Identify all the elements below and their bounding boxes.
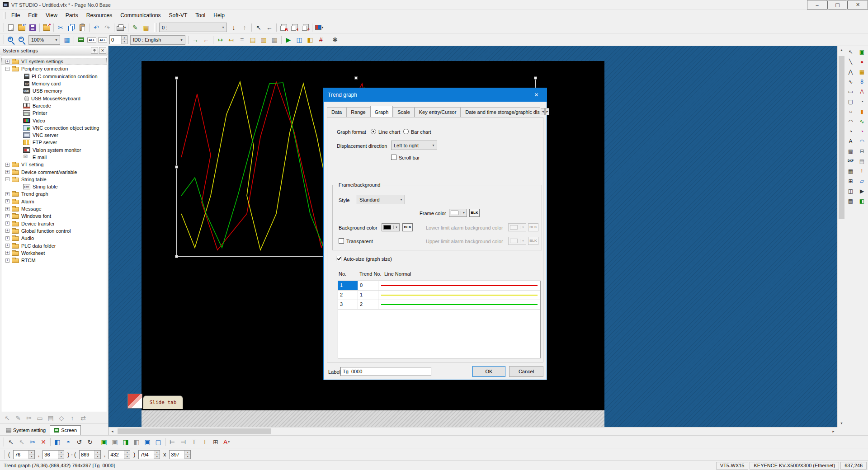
- close-button[interactable]: ✕: [848, 0, 868, 10]
- color-palette-icon[interactable]: ▾: [314, 23, 325, 33]
- usb-read-icon[interactable]: ▥: [258, 35, 269, 45]
- move-up-icon[interactable]: ↑: [239, 23, 250, 33]
- expand-toggle[interactable]: +: [5, 192, 9, 196]
- expand-toggle[interactable]: −: [5, 177, 9, 181]
- x2-spinner[interactable]: ▲▼: [79, 450, 101, 459]
- expand-toggle[interactable]: +: [5, 214, 9, 218]
- resize-handle[interactable]: [175, 255, 178, 258]
- tree-item[interactable]: USB memory: [1, 87, 107, 94]
- tree-cut-icon[interactable]: ✂: [24, 413, 34, 423]
- tree-item[interactable]: Vision system monitor: [1, 146, 107, 154]
- undo-icon[interactable]: ↶: [91, 23, 102, 33]
- lamp-part-icon[interactable]: ●: [857, 57, 867, 66]
- expand-toggle[interactable]: +: [5, 258, 9, 263]
- select-object-icon[interactable]: ↖: [253, 23, 264, 33]
- trend-number-cell[interactable]: 1: [358, 291, 378, 300]
- bar-graph-part-icon[interactable]: ▮: [857, 107, 867, 116]
- send-backward-icon[interactable]: ◧: [131, 437, 142, 447]
- trend-table-row[interactable]: 1 0: [338, 281, 540, 291]
- y2-spinner[interactable]: ▲▼: [108, 450, 130, 459]
- expand-toggle[interactable]: +: [5, 170, 9, 174]
- pie-graph-part-icon[interactable]: ◔: [857, 127, 867, 136]
- x1-input[interactable]: [14, 451, 28, 459]
- delete-tool-icon[interactable]: ✕: [38, 437, 49, 447]
- line-style-cell[interactable]: [378, 291, 540, 300]
- scroll-right-icon[interactable]: ►: [830, 428, 837, 435]
- grid-part-icon[interactable]: ▤: [845, 196, 856, 206]
- scroll-left-icon[interactable]: ◄: [108, 428, 116, 435]
- clock-part-icon[interactable]: ◔: [857, 97, 867, 106]
- scroll-up-icon[interactable]: ▲: [838, 46, 845, 54]
- grid-icon[interactable]: ▦: [61, 35, 72, 45]
- y2-input[interactable]: [109, 451, 124, 459]
- window-part-icon[interactable]: ▱: [857, 176, 867, 186]
- redo-icon[interactable]: ↷: [102, 23, 113, 33]
- spin-down-icon[interactable]: ▼: [95, 455, 100, 459]
- tree-item[interactable]: String table: [1, 183, 107, 190]
- show-all-labels-icon[interactable]: ALL: [86, 35, 97, 45]
- horizontal-scrollbar[interactable]: ◄ ►: [108, 427, 837, 435]
- device-monitor-icon[interactable]: ◧: [305, 35, 316, 45]
- numeric-display-part-icon[interactable]: 8: [857, 77, 867, 86]
- dialog-title-bar[interactable]: Trend graph ✕: [324, 88, 547, 102]
- move-down-icon[interactable]: ↓: [228, 23, 239, 33]
- tree-item[interactable]: + Windows font: [1, 212, 107, 220]
- title-bar[interactable]: VT STUDIO - Untitled.vfx * - Page No.0 B…: [0, 0, 868, 10]
- table-tool-icon[interactable]: ▦: [845, 166, 856, 176]
- spin-up-icon[interactable]: ▲: [58, 451, 64, 455]
- data-part-icon[interactable]: ◧: [857, 196, 867, 206]
- tree-item[interactable]: VNC connection object setting: [1, 124, 107, 132]
- flip-horizontal-icon[interactable]: ◧: [52, 437, 63, 447]
- align-left-icon[interactable]: ⊢: [167, 437, 178, 447]
- tree-item[interactable]: Barcode: [1, 102, 107, 109]
- tree-item[interactable]: + Alarm: [1, 198, 107, 205]
- spin-up-icon[interactable]: ▲: [185, 451, 190, 455]
- background-color-combo[interactable]: ▾: [382, 223, 400, 231]
- tree-item[interactable]: + RTCM: [1, 257, 107, 264]
- transfer-screen-icon[interactable]: ↣: [215, 35, 226, 45]
- cut-tool-icon[interactable]: ✂: [27, 437, 38, 447]
- spin-down-icon[interactable]: ▼: [185, 455, 190, 459]
- tree-item[interactable]: + Global function control: [1, 227, 107, 235]
- row-number-cell[interactable]: 2: [338, 291, 358, 300]
- screen-1-icon[interactable]: 1: [289, 23, 300, 33]
- cut-icon[interactable]: ✂: [55, 23, 66, 33]
- verify-data-icon[interactable]: ≡: [236, 35, 247, 45]
- line-tool-icon[interactable]: ╲: [845, 57, 856, 66]
- ladder-monitor-icon[interactable]: #: [316, 35, 326, 45]
- tab-screen[interactable]: Screen: [50, 425, 81, 435]
- line-style-cell[interactable]: [378, 300, 540, 309]
- slide-tab[interactable]: Slide tab: [143, 395, 183, 409]
- tree-item[interactable]: Memory card: [1, 80, 107, 87]
- arc-tool-icon[interactable]: ◠: [845, 117, 856, 126]
- scrollbar-thumb[interactable]: [118, 428, 271, 434]
- ok-button[interactable]: OK: [472, 366, 505, 377]
- resize-handle[interactable]: [175, 165, 178, 169]
- scroll-bar-checkbox[interactable]: [391, 155, 396, 160]
- tab-scroll-left-icon[interactable]: ◄: [541, 108, 545, 115]
- tree-item[interactable]: FTP server: [1, 139, 107, 146]
- spline-tool-icon[interactable]: ∿: [845, 77, 856, 86]
- tree-item[interactable]: + Device transfer: [1, 220, 107, 227]
- spin-up-icon[interactable]: ▲: [29, 451, 34, 455]
- transfer-to-vt-icon[interactable]: →: [190, 35, 201, 45]
- text-tool-icon[interactable]: A: [845, 136, 856, 146]
- expand-toggle[interactable]: +: [5, 221, 9, 226]
- align-right-icon[interactable]: ⊣: [178, 437, 189, 447]
- new-file-icon[interactable]: [5, 23, 16, 33]
- simulator-icon[interactable]: ▶: [283, 35, 294, 45]
- ruler-tool-icon[interactable]: ◫: [845, 186, 856, 196]
- align-top-icon[interactable]: ⊤: [189, 437, 199, 447]
- resize-handle[interactable]: [534, 76, 537, 80]
- menu-item[interactable]: Soft-VT: [165, 10, 192, 21]
- trend-graph-part-icon[interactable]: ∿: [857, 117, 867, 126]
- tree-item[interactable]: + Audio: [1, 235, 107, 242]
- tree-item[interactable]: E-mail: [1, 154, 107, 161]
- roundrect-tool-icon[interactable]: ▢: [845, 97, 856, 106]
- spin-down-icon[interactable]: ▼: [29, 455, 34, 459]
- point-edit-icon[interactable]: ↖: [16, 437, 27, 447]
- auto-size-checkbox[interactable]: [336, 256, 341, 261]
- save-icon[interactable]: [27, 23, 38, 33]
- tree-up-icon[interactable]: ↑: [67, 413, 78, 423]
- polyline-tool-icon[interactable]: ⋀: [845, 67, 856, 76]
